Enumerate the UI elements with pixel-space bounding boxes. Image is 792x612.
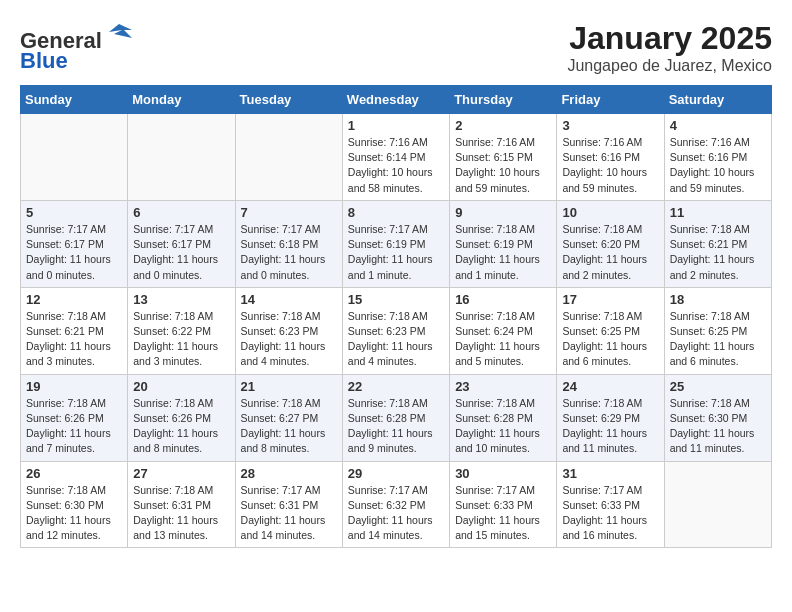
calendar-cell [128,114,235,201]
calendar-body: 1Sunrise: 7:16 AM Sunset: 6:14 PM Daylig… [21,114,772,548]
logo-bird-icon [104,20,134,48]
day-number: 4 [670,118,766,133]
cell-info: Sunrise: 7:18 AM Sunset: 6:25 PM Dayligh… [670,309,766,370]
weekday-header: Thursday [450,86,557,114]
day-number: 29 [348,466,444,481]
calendar-cell: 5Sunrise: 7:17 AM Sunset: 6:17 PM Daylig… [21,200,128,287]
calendar-cell: 18Sunrise: 7:18 AM Sunset: 6:25 PM Dayli… [664,287,771,374]
day-number: 16 [455,292,551,307]
calendar-week-row: 26Sunrise: 7:18 AM Sunset: 6:30 PM Dayli… [21,461,772,548]
calendar-cell: 8Sunrise: 7:17 AM Sunset: 6:19 PM Daylig… [342,200,449,287]
calendar-cell: 30Sunrise: 7:17 AM Sunset: 6:33 PM Dayli… [450,461,557,548]
day-number: 31 [562,466,658,481]
cell-info: Sunrise: 7:17 AM Sunset: 6:32 PM Dayligh… [348,483,444,544]
calendar-cell [664,461,771,548]
weekday-row: SundayMondayTuesdayWednesdayThursdayFrid… [21,86,772,114]
day-number: 11 [670,205,766,220]
cell-info: Sunrise: 7:18 AM Sunset: 6:29 PM Dayligh… [562,396,658,457]
day-number: 17 [562,292,658,307]
calendar-cell: 29Sunrise: 7:17 AM Sunset: 6:32 PM Dayli… [342,461,449,548]
cell-info: Sunrise: 7:17 AM Sunset: 6:33 PM Dayligh… [455,483,551,544]
calendar-cell: 10Sunrise: 7:18 AM Sunset: 6:20 PM Dayli… [557,200,664,287]
weekday-header: Saturday [664,86,771,114]
calendar-header: SundayMondayTuesdayWednesdayThursdayFrid… [21,86,772,114]
calendar-cell: 2Sunrise: 7:16 AM Sunset: 6:15 PM Daylig… [450,114,557,201]
cell-info: Sunrise: 7:18 AM Sunset: 6:28 PM Dayligh… [348,396,444,457]
calendar-cell: 9Sunrise: 7:18 AM Sunset: 6:19 PM Daylig… [450,200,557,287]
calendar-cell: 23Sunrise: 7:18 AM Sunset: 6:28 PM Dayli… [450,374,557,461]
day-number: 25 [670,379,766,394]
cell-info: Sunrise: 7:18 AM Sunset: 6:23 PM Dayligh… [348,309,444,370]
calendar-cell: 20Sunrise: 7:18 AM Sunset: 6:26 PM Dayli… [128,374,235,461]
day-number: 18 [670,292,766,307]
page-header: General Blue January 2025 Jungapeo de Ju… [20,20,772,75]
calendar-cell: 14Sunrise: 7:18 AM Sunset: 6:23 PM Dayli… [235,287,342,374]
calendar-cell: 4Sunrise: 7:16 AM Sunset: 6:16 PM Daylig… [664,114,771,201]
calendar-cell [21,114,128,201]
calendar-cell: 22Sunrise: 7:18 AM Sunset: 6:28 PM Dayli… [342,374,449,461]
day-number: 22 [348,379,444,394]
cell-info: Sunrise: 7:18 AM Sunset: 6:26 PM Dayligh… [26,396,122,457]
day-number: 30 [455,466,551,481]
day-number: 23 [455,379,551,394]
calendar-week-row: 12Sunrise: 7:18 AM Sunset: 6:21 PM Dayli… [21,287,772,374]
cell-info: Sunrise: 7:16 AM Sunset: 6:16 PM Dayligh… [670,135,766,196]
calendar-cell: 13Sunrise: 7:18 AM Sunset: 6:22 PM Dayli… [128,287,235,374]
cell-info: Sunrise: 7:17 AM Sunset: 6:17 PM Dayligh… [133,222,229,283]
day-number: 9 [455,205,551,220]
cell-info: Sunrise: 7:17 AM Sunset: 6:19 PM Dayligh… [348,222,444,283]
calendar-cell: 15Sunrise: 7:18 AM Sunset: 6:23 PM Dayli… [342,287,449,374]
day-number: 1 [348,118,444,133]
cell-info: Sunrise: 7:17 AM Sunset: 6:33 PM Dayligh… [562,483,658,544]
calendar-cell: 25Sunrise: 7:18 AM Sunset: 6:30 PM Dayli… [664,374,771,461]
calendar-cell: 28Sunrise: 7:17 AM Sunset: 6:31 PM Dayli… [235,461,342,548]
cell-info: Sunrise: 7:18 AM Sunset: 6:31 PM Dayligh… [133,483,229,544]
day-number: 14 [241,292,337,307]
weekday-header: Monday [128,86,235,114]
calendar-week-row: 5Sunrise: 7:17 AM Sunset: 6:17 PM Daylig… [21,200,772,287]
day-number: 15 [348,292,444,307]
cell-info: Sunrise: 7:18 AM Sunset: 6:28 PM Dayligh… [455,396,551,457]
day-number: 6 [133,205,229,220]
calendar-cell: 12Sunrise: 7:18 AM Sunset: 6:21 PM Dayli… [21,287,128,374]
cell-info: Sunrise: 7:18 AM Sunset: 6:26 PM Dayligh… [133,396,229,457]
calendar-cell: 27Sunrise: 7:18 AM Sunset: 6:31 PM Dayli… [128,461,235,548]
day-number: 24 [562,379,658,394]
cell-info: Sunrise: 7:18 AM Sunset: 6:19 PM Dayligh… [455,222,551,283]
day-number: 2 [455,118,551,133]
cell-info: Sunrise: 7:18 AM Sunset: 6:22 PM Dayligh… [133,309,229,370]
cell-info: Sunrise: 7:18 AM Sunset: 6:20 PM Dayligh… [562,222,658,283]
day-number: 8 [348,205,444,220]
day-number: 27 [133,466,229,481]
cell-info: Sunrise: 7:17 AM Sunset: 6:18 PM Dayligh… [241,222,337,283]
calendar-cell: 6Sunrise: 7:17 AM Sunset: 6:17 PM Daylig… [128,200,235,287]
day-number: 10 [562,205,658,220]
cell-info: Sunrise: 7:17 AM Sunset: 6:17 PM Dayligh… [26,222,122,283]
day-number: 21 [241,379,337,394]
cell-info: Sunrise: 7:18 AM Sunset: 6:30 PM Dayligh… [670,396,766,457]
calendar-table: SundayMondayTuesdayWednesdayThursdayFrid… [20,85,772,548]
calendar-cell: 26Sunrise: 7:18 AM Sunset: 6:30 PM Dayli… [21,461,128,548]
day-number: 26 [26,466,122,481]
calendar-cell: 3Sunrise: 7:16 AM Sunset: 6:16 PM Daylig… [557,114,664,201]
cell-info: Sunrise: 7:18 AM Sunset: 6:25 PM Dayligh… [562,309,658,370]
cell-info: Sunrise: 7:18 AM Sunset: 6:21 PM Dayligh… [26,309,122,370]
day-number: 13 [133,292,229,307]
calendar-cell: 16Sunrise: 7:18 AM Sunset: 6:24 PM Dayli… [450,287,557,374]
cell-info: Sunrise: 7:16 AM Sunset: 6:16 PM Dayligh… [562,135,658,196]
cell-info: Sunrise: 7:16 AM Sunset: 6:14 PM Dayligh… [348,135,444,196]
calendar-week-row: 1Sunrise: 7:16 AM Sunset: 6:14 PM Daylig… [21,114,772,201]
svg-marker-0 [109,24,132,38]
weekday-header: Tuesday [235,86,342,114]
calendar-week-row: 19Sunrise: 7:18 AM Sunset: 6:26 PM Dayli… [21,374,772,461]
day-number: 3 [562,118,658,133]
day-number: 7 [241,205,337,220]
cell-info: Sunrise: 7:18 AM Sunset: 6:21 PM Dayligh… [670,222,766,283]
cell-info: Sunrise: 7:18 AM Sunset: 6:23 PM Dayligh… [241,309,337,370]
day-number: 28 [241,466,337,481]
day-number: 5 [26,205,122,220]
cell-info: Sunrise: 7:17 AM Sunset: 6:31 PM Dayligh… [241,483,337,544]
weekday-header: Wednesday [342,86,449,114]
month-title: January 2025 [567,20,772,57]
calendar-cell: 31Sunrise: 7:17 AM Sunset: 6:33 PM Dayli… [557,461,664,548]
